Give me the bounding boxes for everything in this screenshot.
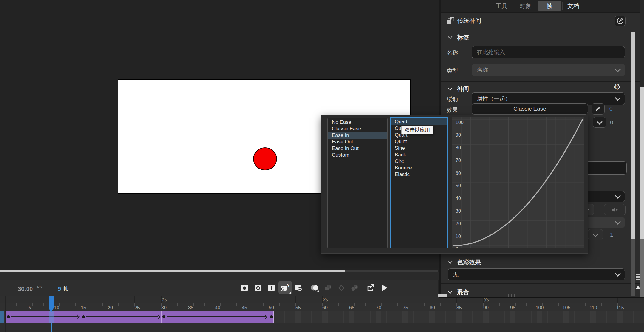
empty-frame-cell[interactable]	[596, 311, 601, 323]
empty-frame-cell[interactable]	[623, 311, 628, 323]
name-input[interactable]	[472, 46, 625, 58]
empty-frame-cell[interactable]	[435, 311, 440, 323]
ease-option-back[interactable]: Back	[391, 152, 447, 158]
empty-frame-cell[interactable]	[505, 311, 510, 323]
empty-frame-cell[interactable]	[349, 311, 354, 323]
empty-frame-cell[interactable]	[510, 311, 515, 323]
empty-frame-cell[interactable]	[489, 311, 494, 323]
panel-scrollbar-track[interactable]	[631, 239, 635, 296]
empty-frame-cell[interactable]	[354, 311, 360, 323]
empty-frame-cell[interactable]	[295, 311, 301, 323]
empty-frame-cell[interactable]	[515, 311, 521, 323]
panel-scrollbar-thumb[interactable]	[631, 32, 635, 239]
empty-frame-cell[interactable]	[478, 311, 483, 323]
empty-frame-cell[interactable]	[456, 311, 462, 323]
ease-option-quad[interactable]: Quad	[391, 118, 447, 125]
tab-帧[interactable]: 帧	[538, 1, 561, 11]
loop-playback-icon[interactable]	[366, 283, 375, 292]
empty-frame-cell[interactable]	[403, 311, 408, 323]
empty-frame-cell[interactable]	[569, 311, 575, 323]
type-dropdown[interactable]: 名称	[472, 64, 625, 76]
empty-frame-cell[interactable]	[290, 311, 295, 323]
panel-resize-grip[interactable]	[507, 294, 515, 297]
empty-frame-cell[interactable]	[440, 311, 446, 323]
empty-frame-cell[interactable]	[301, 311, 306, 323]
empty-frame-cell[interactable]	[312, 311, 317, 323]
empty-frame-cell[interactable]	[344, 311, 349, 323]
empty-frame-cell[interactable]	[585, 311, 591, 323]
empty-frame-cell[interactable]	[279, 311, 285, 323]
empty-frame-cell[interactable]	[451, 311, 456, 323]
empty-frame-cell[interactable]	[381, 311, 387, 323]
onion-skin-icon[interactable]	[310, 283, 319, 292]
center-frame-icon[interactable]	[350, 283, 359, 292]
empty-frame-cell[interactable]	[548, 311, 553, 323]
effect-value-field[interactable]: Classic Ease	[472, 103, 588, 115]
empty-frame-cell[interactable]	[526, 311, 532, 323]
classic-tween-span[interactable]	[6, 311, 274, 323]
gear-icon[interactable]: ⚙	[614, 82, 621, 92]
remove-frames-icon[interactable]	[294, 283, 303, 292]
empty-frame-cell[interactable]	[580, 311, 585, 323]
empty-frame-cell[interactable]	[322, 311, 328, 323]
empty-frame-cell[interactable]	[424, 311, 430, 323]
empty-frame-cell[interactable]	[564, 311, 569, 323]
empty-frame-cell[interactable]	[575, 311, 580, 323]
color-effect-section-header[interactable]: 色彩效果	[448, 258, 481, 266]
ease-option-quint[interactable]: Quint	[391, 138, 447, 145]
empty-frame-cell[interactable]	[499, 311, 505, 323]
empty-frame-cell[interactable]	[521, 311, 526, 323]
empty-frame-cell[interactable]	[365, 311, 371, 323]
label-section-header[interactable]: 标签	[448, 33, 469, 41]
empty-frame-cell[interactable]	[612, 311, 617, 323]
ease-option-circ[interactable]: Circ	[391, 158, 447, 165]
tab-文档[interactable]: 文档	[561, 0, 585, 12]
app-scrollbar-thumb[interactable]	[640, 87, 644, 239]
empty-frame-cell[interactable]	[317, 311, 322, 323]
ease-option-ease-out[interactable]: Ease Out	[328, 139, 387, 145]
empty-frame-cell[interactable]	[360, 311, 365, 323]
ease-target-dropdown-button[interactable]	[593, 117, 606, 128]
empty-frame-cell[interactable]	[392, 311, 397, 323]
tween-section-header[interactable]: 补间	[448, 85, 469, 93]
red-ball-shape[interactable]	[253, 147, 277, 170]
empty-frame-cell[interactable]	[494, 311, 499, 323]
empty-frame-cell[interactable]	[542, 311, 548, 323]
empty-frame-cell[interactable]	[473, 311, 478, 323]
empty-frame-cell[interactable]	[376, 311, 381, 323]
blend-section-header[interactable]: 混合	[448, 288, 469, 296]
ease-option-sine[interactable]: Sine	[391, 145, 447, 152]
empty-frame-cell[interactable]	[446, 311, 451, 323]
tab-对象[interactable]: 对象	[515, 0, 536, 12]
ease-strength-value[interactable]: 0	[609, 106, 613, 112]
empty-frame-cell[interactable]	[306, 311, 312, 323]
empty-frame-cell[interactable]	[333, 311, 338, 323]
empty-frame-cell[interactable]	[328, 311, 333, 323]
sound-edit-button[interactable]	[604, 204, 626, 215]
timeline-layer-row[interactable]	[0, 311, 644, 323]
edit-multiple-frames-icon[interactable]	[324, 283, 333, 292]
current-frame-value[interactable]: 9	[58, 285, 61, 292]
tab-工具[interactable]: 工具	[491, 0, 512, 12]
empty-frame-cell[interactable]	[617, 311, 623, 323]
ease-option-bounce[interactable]: Bounce	[391, 165, 447, 171]
insert-frame-icon[interactable]	[267, 283, 276, 292]
empty-frame-cell[interactable]	[462, 311, 467, 323]
loop-count-value[interactable]: 1	[610, 231, 613, 238]
empty-frame-cell[interactable]	[483, 311, 489, 323]
ease-category-list[interactable]: No EaseClassic EaseEase InEase OutEase I…	[327, 118, 388, 248]
empty-frame-cell[interactable]	[558, 311, 564, 323]
empty-frame-cell[interactable]	[591, 311, 596, 323]
ease-option-ease-in[interactable]: Ease In	[328, 132, 387, 139]
empty-frame-cell[interactable]	[419, 311, 424, 323]
empty-frame-cell[interactable]	[628, 311, 634, 323]
scrollbar-thumb[interactable]	[0, 270, 345, 272]
edit-ease-button[interactable]	[592, 103, 605, 115]
ease-option-no-ease[interactable]: No Ease	[328, 119, 387, 126]
empty-frame-cell[interactable]	[414, 311, 419, 323]
loop-dropdown-button[interactable]	[588, 229, 603, 240]
empty-frame-cell[interactable]	[430, 311, 435, 323]
empty-frame-cell[interactable]	[607, 311, 612, 323]
secondary-ease-value[interactable]: 0	[610, 119, 613, 126]
insert-blank-keyframe-icon[interactable]	[254, 283, 263, 292]
